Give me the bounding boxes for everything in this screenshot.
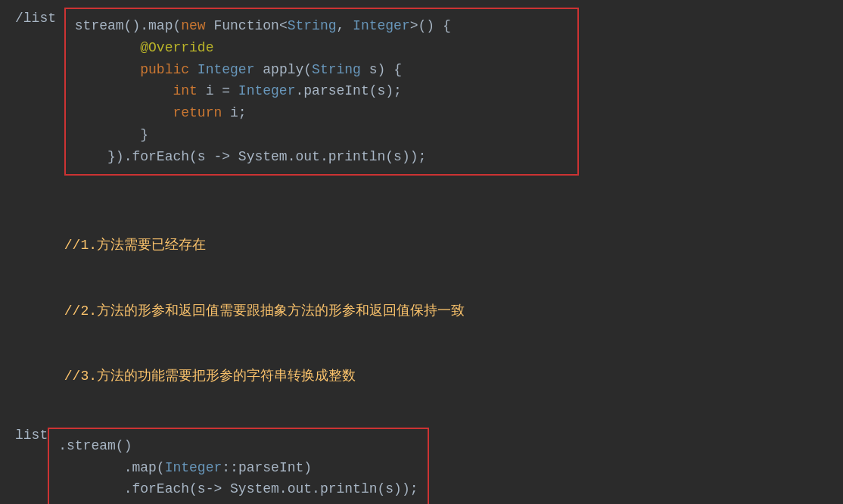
span-integer-2: Integer xyxy=(198,62,255,77)
span-integer-ref: Integer xyxy=(165,460,222,475)
code-line-5: return i; xyxy=(75,102,568,124)
span-foreach: }).forEach(s -> System.out.println(s)); xyxy=(107,149,426,164)
code-editor: /list stream().map(new Function<String, … xyxy=(15,8,828,504)
code-line-3: public Integer apply(String s) { xyxy=(75,59,568,81)
span-parseint-ref: ::parseInt) xyxy=(222,460,312,475)
span-assign: i = xyxy=(198,83,238,98)
indent-7 xyxy=(75,149,107,164)
bottom-code-section: list .stream() .map(Integer::parseInt) .… xyxy=(15,425,828,504)
span-foreach-2: .forEach(s-> System.out.println(s)); xyxy=(124,481,418,496)
span-stream: .stream() xyxy=(58,438,132,453)
comments-section: //1.方法需要已经存在 //2.方法的形参和返回值需要跟抽象方法的形参和返回值… xyxy=(15,213,828,409)
span-plain: stream().map( xyxy=(75,18,181,33)
b2-line-1: .stream() xyxy=(58,435,418,457)
code-line-1: stream().map(new Function<String, Intege… xyxy=(75,15,568,37)
indent-6 xyxy=(75,127,140,142)
code-line-7: }).forEach(s -> System.out.println(s)); xyxy=(75,146,568,168)
comment-line-3: //3.方法的功能需要把形参的字符串转换成整数 xyxy=(15,344,828,409)
indent-5 xyxy=(75,105,173,120)
span-public: public xyxy=(140,62,198,77)
span-comma: , xyxy=(337,18,353,33)
span-brace-open: >() { xyxy=(410,18,451,33)
span-func: Function< xyxy=(213,18,287,33)
span-string-2: String xyxy=(312,62,361,77)
indent-3 xyxy=(75,62,140,77)
comment-line-2: //2.方法的形参和返回值需要跟抽象方法的形参和返回值保持一致 xyxy=(15,278,828,344)
span-map-open: .map( xyxy=(124,460,165,475)
indent-b2-2 xyxy=(58,460,123,475)
span-apply: apply( xyxy=(254,62,312,77)
indent-2 xyxy=(75,40,140,55)
span-integer: Integer xyxy=(353,18,410,33)
spacer-1 xyxy=(15,183,828,213)
comment-text-2: //2.方法的形参和返回值需要跟抽象方法的形参和返回值保持一致 xyxy=(64,303,465,319)
top-code-section: /list stream().map(new Function<String, … xyxy=(15,8,828,183)
code-block-1: stream().map(new Function<String, Intege… xyxy=(64,8,579,176)
span-s: s) { xyxy=(361,62,402,77)
span-new: new xyxy=(181,18,213,33)
code-line-2: @Override xyxy=(75,37,568,59)
span-parseint: .parseInt(s); xyxy=(295,83,401,98)
list-prefix-2: list xyxy=(15,425,48,446)
span-string: String xyxy=(288,18,337,33)
span-int: int xyxy=(173,83,197,98)
comment-text-1: //1.方法需要已经存在 xyxy=(64,238,206,253)
comment-line-1: //1.方法需要已经存在 xyxy=(15,213,828,278)
code-block-2: .stream() .map(Integer::parseInt) .forEa… xyxy=(48,428,428,504)
comment-text-3: //3.方法的功能需要把形参的字符串转换成整数 xyxy=(64,369,356,384)
span-close-brace: } xyxy=(140,127,148,142)
indent-b2-3 xyxy=(58,481,123,496)
list-prefix: /list xyxy=(15,8,64,30)
b2-line-2: .map(Integer::parseInt) xyxy=(58,457,418,479)
span-override: @Override xyxy=(140,40,213,55)
span-integer-3: Integer xyxy=(238,83,296,98)
span-return: return xyxy=(173,105,222,120)
spacer-2 xyxy=(15,409,828,425)
code-line-6: } xyxy=(75,124,568,146)
code-line-4: int i = Integer.parseInt(s); xyxy=(75,80,568,102)
indent-4 xyxy=(75,83,173,98)
b2-line-3: .forEach(s-> System.out.println(s)); xyxy=(58,478,418,500)
span-i: i; xyxy=(222,105,246,120)
